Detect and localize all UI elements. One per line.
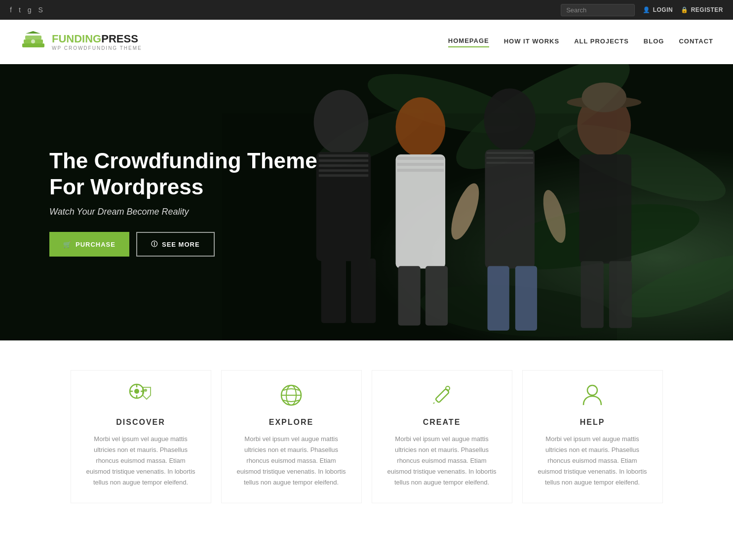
svg-point-25 <box>395 97 445 157</box>
feature-discover: DISCOVER Morbi vel ipsum vel augue matti… <box>71 370 211 503</box>
svg-point-32 <box>484 88 536 151</box>
logo-subtitle: WP CROWDFUNDING THEME <box>52 45 142 51</box>
explore-text: Morbi vel ipsum vel augue mattis ultrici… <box>236 434 347 488</box>
logo[interactable]: FUNDINGPRESS WP CROWDFUNDING THEME <box>20 31 142 53</box>
register-button[interactable]: 🔒 REGISTER <box>681 6 723 13</box>
discover-text: Morbi vel ipsum vel augue mattis ultrici… <box>86 434 196 488</box>
search-input[interactable] <box>561 4 635 16</box>
svg-rect-37 <box>487 266 509 331</box>
logo-press: PRESS <box>101 33 138 45</box>
explore-icon-area <box>236 380 347 410</box>
svg-rect-36 <box>486 162 533 164</box>
login-icon: 👤 <box>643 6 651 13</box>
logo-funding: FUNDING <box>52 33 101 45</box>
skype-icon[interactable]: S <box>39 6 43 14</box>
create-icon-area <box>387 380 497 410</box>
svg-rect-24 <box>351 259 376 323</box>
main-nav: HOMEPAGE HOW IT WORKS ALL PROJECTS BLOG … <box>448 37 713 47</box>
create-text: Morbi vel ipsum vel augue mattis ultrici… <box>387 434 497 488</box>
svg-rect-28 <box>397 163 444 166</box>
svg-point-60 <box>587 385 597 395</box>
info-icon: ⓘ <box>151 240 158 249</box>
hero-buttons: 🛒 PURCHASE ⓘ SEE MORE <box>49 232 346 257</box>
nav-contact[interactable]: CONTACT <box>679 37 713 47</box>
purchase-button[interactable]: 🛒 PURCHASE <box>49 232 129 257</box>
explore-title: EXPLORE <box>236 418 347 427</box>
svg-rect-42 <box>579 154 631 263</box>
svg-rect-33 <box>485 149 535 268</box>
top-bar-right: 👤 LOGIN 🔒 REGISTER <box>561 4 723 16</box>
svg-rect-30 <box>398 266 420 326</box>
svg-rect-2 <box>25 36 41 39</box>
logo-icon <box>20 31 47 53</box>
svg-rect-27 <box>397 157 444 160</box>
register-icon: 🔒 <box>681 6 689 13</box>
svg-point-3 <box>31 39 35 43</box>
hero-subtitle: Watch Your Dream Become Reality <box>49 207 346 217</box>
logo-text: FUNDINGPRESS WP CROWDFUNDING THEME <box>52 34 142 51</box>
svg-point-48 <box>134 389 139 394</box>
svg-rect-31 <box>425 266 448 326</box>
help-title: HELP <box>538 418 648 427</box>
nav-how-it-works[interactable]: HOW IT WORKS <box>504 37 559 47</box>
svg-rect-34 <box>486 152 533 154</box>
feature-help: HELP Morbi vel ipsum vel augue mattis ul… <box>522 370 663 503</box>
nav-blog[interactable]: BLOG <box>644 37 664 47</box>
twitter-icon[interactable]: t <box>19 6 21 14</box>
cart-icon: 🛒 <box>63 241 72 248</box>
help-icon-area <box>538 380 648 410</box>
top-bar: f t g S 👤 LOGIN 🔒 REGISTER <box>0 0 733 20</box>
svg-point-46 <box>539 188 570 245</box>
create-title: CREATE <box>387 418 497 427</box>
googleplus-icon[interactable]: g <box>28 6 32 14</box>
svg-rect-57 <box>435 389 449 403</box>
svg-point-41 <box>581 82 626 112</box>
svg-rect-35 <box>486 157 533 159</box>
svg-rect-29 <box>397 169 444 172</box>
discover-title: DISCOVER <box>86 418 196 427</box>
hero-section: The Crowdfunding Theme For Wordpress Wat… <box>0 64 733 340</box>
see-more-button[interactable]: ⓘ SEE MORE <box>136 232 215 257</box>
header: FUNDINGPRESS WP CROWDFUNDING THEME HOMEP… <box>0 20 733 64</box>
svg-rect-0 <box>22 43 44 47</box>
help-text: Morbi vel ipsum vel augue mattis ultrici… <box>538 434 648 488</box>
nav-homepage[interactable]: HOMEPAGE <box>448 37 489 47</box>
login-button[interactable]: 👤 LOGIN <box>643 6 673 13</box>
svg-rect-38 <box>515 266 537 331</box>
feature-explore: EXPLORE Morbi vel ipsum vel augue mattis… <box>221 370 362 503</box>
person-icon <box>580 383 604 407</box>
svg-marker-4 <box>26 31 40 34</box>
discover-icon-area <box>86 380 196 410</box>
pencil-icon <box>430 383 454 407</box>
features-section: DISCOVER Morbi vel ipsum vel augue matti… <box>0 340 733 523</box>
tag-icon <box>129 383 153 407</box>
svg-rect-44 <box>609 261 632 328</box>
svg-rect-23 <box>321 259 346 323</box>
nav-all-projects[interactable]: ALL PROJECTS <box>574 37 629 47</box>
hero-title: The Crowdfunding Theme For Wordpress <box>49 148 346 200</box>
social-links: f t g S <box>10 6 43 14</box>
svg-point-45 <box>446 180 485 243</box>
feature-create: CREATE Morbi vel ipsum vel augue mattis … <box>372 370 512 503</box>
globe-icon <box>279 383 303 407</box>
facebook-icon[interactable]: f <box>10 6 12 14</box>
svg-point-16 <box>313 90 368 154</box>
svg-rect-43 <box>580 261 603 328</box>
hero-content: The Crowdfunding Theme For Wordpress Wat… <box>0 148 346 257</box>
svg-point-53 <box>144 389 147 392</box>
features-grid: DISCOVER Morbi vel ipsum vel augue matti… <box>71 370 663 503</box>
